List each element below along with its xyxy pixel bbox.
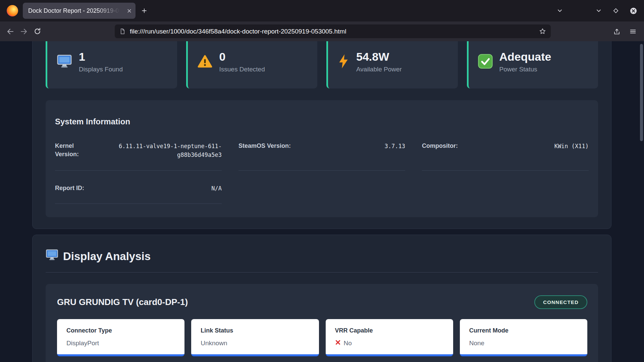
info-label: Compositor:: [422, 142, 458, 150]
window-maximize-icon[interactable]: [612, 7, 620, 14]
display-analysis-header: Display Analysis: [46, 249, 598, 273]
info-value: N/A: [211, 184, 222, 193]
firefox-logo-icon[interactable]: [7, 5, 18, 16]
system-information-title: System Information: [55, 117, 589, 126]
prop-value: Unknown: [201, 340, 309, 347]
prop-label: Current Mode: [469, 327, 578, 334]
red-x-icon: [335, 340, 341, 347]
url-text[interactable]: file:///run/user/1000/doc/346f58a4/dock-…: [130, 28, 535, 35]
new-tab-button[interactable]: [141, 7, 148, 14]
system-information-card: System Information Kernel Version: 6.11.…: [46, 100, 598, 217]
status-badge: CONNECTED: [534, 295, 587, 309]
info-field-steamos: SteamOS Version: 3.7.13: [238, 142, 405, 171]
stat-card-power-status: Adequate Power Status: [467, 41, 598, 88]
prop-value: None: [469, 340, 578, 347]
stat-card-power: 54.8W Available Power: [326, 41, 458, 88]
info-value: 3.7.13: [385, 142, 405, 150]
window-close-icon[interactable]: [630, 7, 637, 15]
forward-icon[interactable]: [18, 26, 30, 37]
menu-hamburger-icon[interactable]: [629, 28, 637, 35]
info-value: KWin (X11): [554, 142, 589, 150]
tab-title: Dock Doctor Report - 20250919-053005: [28, 7, 124, 14]
stat-label: Available Power: [356, 66, 402, 73]
stat-value: 0: [219, 51, 265, 63]
stat-card-issues: 0 Issues Detected: [186, 41, 318, 88]
display-name: GRU GRUNDIG TV (card0-DP-1): [57, 297, 188, 307]
stat-label: Issues Detected: [219, 66, 265, 73]
list-all-tabs-icon[interactable]: [556, 7, 563, 14]
stat-label: Power Status: [499, 66, 551, 73]
bookmark-star-icon[interactable]: [539, 28, 546, 35]
bolt-icon: [337, 54, 350, 70]
stat-label: Displays Found: [79, 66, 123, 73]
stat-value: Adequate: [499, 51, 551, 63]
system-info-grid: Kernel Version: 6.11.11-valve19-1-neptun…: [55, 142, 589, 204]
display-card: GRU GRUNDIG TV (card0-DP-1) CONNECTED Co…: [46, 284, 598, 362]
page-content: 1 Displays Found 0 Issues Detected 5: [0, 41, 644, 362]
stat-value: 54.8W: [356, 51, 402, 63]
info-label: Report ID:: [55, 184, 84, 192]
page-scrollbar[interactable]: [640, 44, 643, 141]
info-field-report-id: Report ID: N/A: [55, 184, 222, 204]
check-icon: [478, 54, 493, 70]
prop-value: DisplayPort: [66, 340, 175, 347]
prop-card-vrr-capable: VRR Capable No: [326, 319, 453, 356]
reload-icon[interactable]: [32, 26, 43, 37]
stats-row: 1 Displays Found 0 Issues Detected 5: [46, 41, 598, 88]
display-properties-row: Connector Type DisplayPort Link Status U…: [57, 319, 587, 356]
browser-tab-bar: Dock Doctor Report - 20250919-053005: [0, 0, 644, 21]
prop-label: VRR Capable: [335, 327, 444, 334]
window-minimize-icon[interactable]: [595, 7, 602, 14]
url-bar[interactable]: file:///run/user/1000/doc/346f58a4/dock-…: [115, 24, 551, 38]
monitor-icon: [57, 54, 72, 70]
stat-value: 1: [79, 51, 123, 63]
info-label: Kernel Version:: [55, 142, 96, 159]
prop-label: Link Status: [201, 327, 309, 334]
prop-value-text: No: [344, 340, 352, 347]
monitor-icon: [46, 249, 58, 263]
prop-card-current-mode: Current Mode None: [460, 319, 587, 356]
prop-card-link-status: Link Status Unknown: [191, 319, 319, 356]
back-icon[interactable]: [5, 26, 16, 37]
summary-section-card: 1 Displays Found 0 Issues Detected 5: [32, 41, 611, 229]
prop-card-connector-type: Connector Type DisplayPort: [57, 319, 184, 356]
extensions-icon[interactable]: [613, 28, 621, 35]
info-value: 6.11.11-valve19-1-neptune-611-g88b36d49a…: [104, 142, 222, 160]
page-icon: [119, 28, 126, 35]
info-field-compositor: Compositor: KWin (X11): [422, 142, 589, 171]
browser-tab[interactable]: Dock Doctor Report - 20250919-053005: [23, 3, 136, 19]
warning-icon: [197, 54, 213, 70]
info-label: SteamOS Version:: [238, 142, 291, 150]
section-title: Display Analysis: [63, 250, 151, 263]
stat-card-displays: 1 Displays Found: [46, 41, 177, 88]
prop-label: Connector Type: [66, 327, 175, 334]
display-analysis-section: Display Analysis GRU GRUNDIG TV (card0-D…: [32, 235, 611, 362]
tab-close-icon[interactable]: [126, 8, 132, 14]
info-field-kernel: Kernel Version: 6.11.11-valve19-1-neptun…: [55, 142, 222, 171]
browser-nav-bar: file:///run/user/1000/doc/346f58a4/dock-…: [0, 21, 644, 41]
